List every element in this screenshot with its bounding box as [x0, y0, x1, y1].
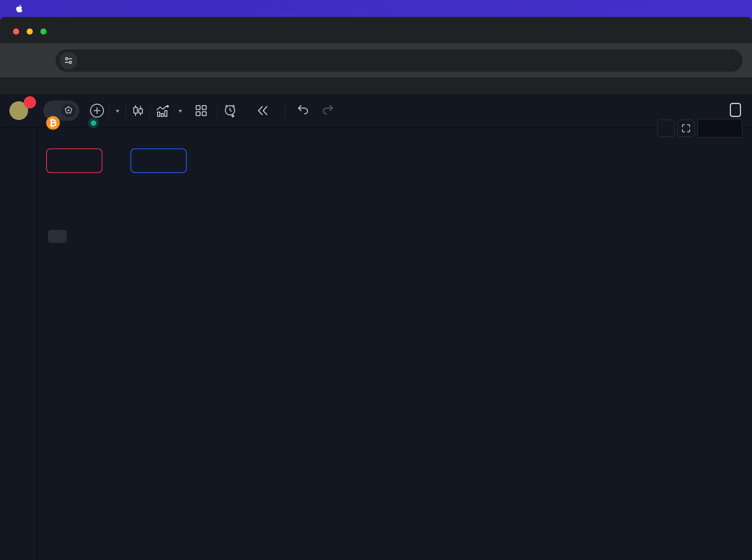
browser-window: ▾ ▾ [0, 17, 752, 560]
toolbar-divider [150, 102, 150, 119]
site-settings-icon[interactable] [60, 52, 77, 69]
address-bar[interactable] [56, 49, 743, 72]
fullscreen-button[interactable] [677, 120, 695, 137]
symbol-legend[interactable]: ₿ [46, 116, 99, 130]
user-avatar[interactable] [9, 101, 28, 120]
notification-badge [24, 96, 36, 108]
sell-button[interactable] [46, 148, 102, 173]
zoom-window-button[interactable] [40, 28, 47, 35]
chart-style-button[interactable] [131, 103, 146, 118]
scroll-to-realtime-button[interactable] [657, 120, 674, 137]
trade-buttons [46, 148, 187, 173]
apple-logo-icon[interactable] [11, 4, 27, 14]
indicators-button[interactable]: ▾ [155, 103, 184, 119]
buy-button[interactable] [131, 148, 187, 173]
market-open-icon [88, 117, 99, 128]
tv-top-toolbar: ▾ ▾ [0, 94, 752, 128]
drawing-toolbar [0, 128, 37, 560]
layout-templates-button[interactable] [194, 103, 209, 118]
close-window-button[interactable] [13, 28, 19, 35]
legend-collapse-button[interactable] [48, 230, 67, 243]
tradingview-watermark [48, 515, 73, 533]
symbol-flag-icon[interactable] [61, 103, 76, 118]
bitcoin-icon: ₿ [46, 116, 60, 130]
chart-corner-buttons [657, 119, 742, 138]
layout-panel-icon[interactable] [729, 102, 742, 119]
minimize-window-button[interactable] [27, 28, 33, 35]
indicators-chevron-icon[interactable]: ▾ [178, 107, 182, 114]
timeframe-menu-chevron-icon[interactable]: ▾ [116, 107, 119, 114]
macos-menu-bar [0, 0, 752, 17]
replay-button[interactable] [255, 103, 276, 118]
window-controls[interactable] [13, 28, 47, 35]
alert-button[interactable] [222, 102, 244, 119]
toolbar-divider [217, 102, 218, 119]
undo-button[interactable] [295, 102, 310, 119]
browser-toolbar [0, 43, 752, 77]
toolbar-divider [126, 102, 126, 119]
currency-select[interactable] [698, 119, 742, 138]
tab-strip [0, 17, 752, 43]
toolbar-divider [109, 102, 109, 119]
redo-button[interactable] [321, 102, 336, 119]
toolbar-divider [285, 102, 285, 119]
